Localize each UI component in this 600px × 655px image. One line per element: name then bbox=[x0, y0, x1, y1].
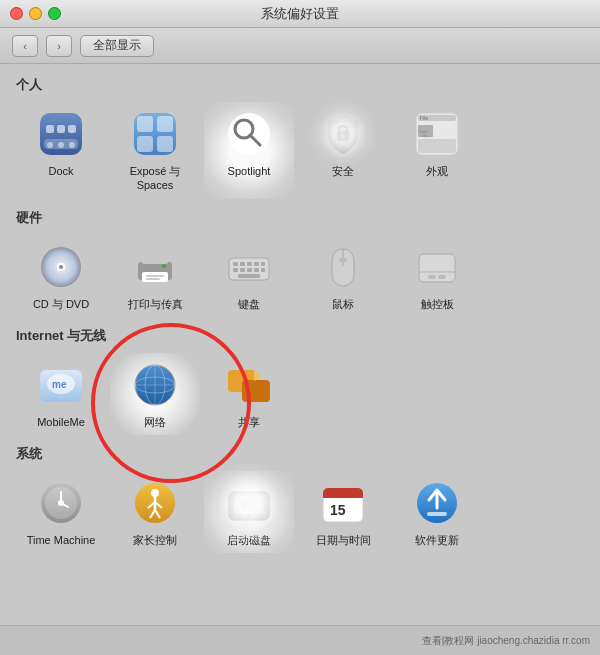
network-icon-wrapper bbox=[129, 359, 181, 411]
svg-rect-12 bbox=[157, 136, 173, 152]
cddvd-icon bbox=[38, 244, 84, 290]
svg-point-5 bbox=[47, 142, 53, 148]
maximize-button[interactable] bbox=[48, 7, 61, 20]
pref-parental[interactable]: 家长控制 bbox=[110, 471, 200, 553]
parental-label: 家长控制 bbox=[133, 533, 177, 547]
svg-rect-48 bbox=[419, 254, 455, 282]
dock-label: Dock bbox=[48, 164, 73, 178]
pref-timemachine[interactable]: Time Machine bbox=[16, 471, 106, 553]
pref-startup[interactable]: ? 启动磁盘 bbox=[204, 471, 294, 553]
expose-label: Exposé 与 Spaces bbox=[130, 164, 181, 193]
pref-expose[interactable]: Exposé 与 Spaces bbox=[110, 102, 200, 199]
keyboard-label: 键盘 bbox=[238, 297, 260, 311]
mouse-icon-wrapper bbox=[317, 241, 369, 293]
dock-icon bbox=[38, 111, 84, 157]
sharing-label: 共享 bbox=[238, 415, 260, 429]
pref-mouse[interactable]: 鼠标 bbox=[298, 235, 388, 317]
trackpad-icon bbox=[414, 244, 460, 290]
network-icon bbox=[132, 362, 178, 408]
svg-rect-3 bbox=[57, 125, 65, 133]
print-icon-wrapper bbox=[129, 241, 181, 293]
show-all-button[interactable]: 全部显示 bbox=[80, 35, 154, 57]
parental-icon-wrapper bbox=[129, 477, 181, 529]
section-internet-label: Internet 与无线 bbox=[16, 327, 584, 345]
watermark-text: 查看|教程网 jiaocheng.chazidia rr.com bbox=[422, 634, 590, 648]
svg-rect-47 bbox=[339, 258, 347, 262]
svg-rect-9 bbox=[137, 116, 153, 132]
spotlight-label: Spotlight bbox=[228, 164, 271, 178]
appearance-icon: File New Op... bbox=[414, 111, 460, 157]
datetime-label: 日期与时间 bbox=[316, 533, 371, 547]
forward-button[interactable]: › bbox=[46, 35, 72, 57]
section-system-label: 系统 bbox=[16, 445, 584, 463]
appearance-icon-wrapper: File New Op... bbox=[411, 108, 463, 160]
svg-rect-11 bbox=[137, 136, 153, 152]
svg-text:15: 15 bbox=[330, 502, 346, 518]
svg-rect-2 bbox=[46, 125, 54, 133]
svg-rect-40 bbox=[233, 268, 238, 272]
title-bar: 系统偏好设置 bbox=[0, 0, 600, 28]
mobileme-icon-wrapper: me bbox=[35, 359, 87, 411]
close-button[interactable] bbox=[10, 7, 23, 20]
svg-rect-45 bbox=[238, 274, 260, 278]
svg-rect-22 bbox=[418, 139, 456, 153]
network-label: 网络 bbox=[144, 415, 166, 429]
pref-network[interactable]: 网络 bbox=[110, 353, 200, 435]
svg-rect-36 bbox=[240, 262, 245, 266]
svg-text:File: File bbox=[420, 115, 428, 121]
pref-keyboard[interactable]: 键盘 bbox=[204, 235, 294, 317]
security-icon-wrapper bbox=[317, 108, 369, 160]
pref-datetime[interactable]: 15 日期与时间 bbox=[298, 471, 388, 553]
trackpad-icon-wrapper bbox=[411, 241, 463, 293]
pref-spotlight[interactable]: Spotlight bbox=[204, 102, 294, 199]
svg-point-70 bbox=[151, 489, 159, 497]
section-personal-label: 个人 bbox=[16, 76, 584, 94]
svg-point-33 bbox=[162, 264, 166, 268]
pref-sharing[interactable]: 共享 bbox=[204, 353, 294, 435]
internet-grid: me MobileMe bbox=[16, 353, 584, 435]
svg-rect-35 bbox=[233, 262, 238, 266]
svg-rect-44 bbox=[261, 268, 265, 272]
pref-dock[interactable]: Dock bbox=[16, 102, 106, 199]
svg-text:me: me bbox=[52, 379, 67, 390]
mouse-icon bbox=[320, 244, 366, 290]
svg-rect-29 bbox=[142, 254, 168, 264]
personal-grid: Dock Exposé 与 bbox=[16, 102, 584, 199]
pref-softwareupdate[interactable]: 软件更新 bbox=[392, 471, 482, 553]
sharing-icon-wrapper bbox=[223, 359, 275, 411]
appearance-label: 外观 bbox=[426, 164, 448, 178]
system-grid: Time Machine bbox=[16, 471, 584, 553]
minimize-button[interactable] bbox=[29, 7, 42, 20]
svg-rect-38 bbox=[254, 262, 259, 266]
section-hardware-label: 硬件 bbox=[16, 209, 584, 227]
pref-appearance[interactable]: File New Op... 外观 bbox=[392, 102, 482, 199]
spotlight-icon bbox=[226, 111, 272, 157]
svg-text:Op...: Op... bbox=[422, 133, 431, 138]
svg-rect-82 bbox=[323, 493, 363, 498]
softwareupdate-icon-wrapper bbox=[411, 477, 463, 529]
pref-mobileme[interactable]: me MobileMe bbox=[16, 353, 106, 435]
svg-point-6 bbox=[58, 142, 64, 148]
back-button[interactable]: ‹ bbox=[12, 35, 38, 57]
spotlight-icon-wrapper bbox=[223, 108, 275, 160]
svg-point-7 bbox=[69, 142, 75, 148]
svg-rect-31 bbox=[146, 275, 164, 277]
svg-rect-10 bbox=[157, 116, 173, 132]
pref-print[interactable]: 打印与传真 bbox=[110, 235, 200, 317]
window-controls[interactable] bbox=[10, 7, 61, 20]
svg-point-68 bbox=[58, 500, 64, 506]
svg-rect-42 bbox=[247, 268, 252, 272]
svg-rect-62 bbox=[242, 380, 270, 402]
hardware-grid: CD 与 DVD 打印与传真 bbox=[16, 235, 584, 317]
cddvd-icon-wrapper bbox=[35, 241, 87, 293]
svg-rect-50 bbox=[428, 275, 436, 279]
toolbar: ‹ › 全部显示 bbox=[0, 28, 600, 64]
datetime-icon-wrapper: 15 bbox=[317, 477, 369, 529]
pref-cddvd[interactable]: CD 与 DVD bbox=[16, 235, 106, 317]
pref-security[interactable]: 安全 bbox=[298, 102, 388, 199]
dock-icon-wrapper bbox=[35, 108, 87, 160]
expose-icon-wrapper bbox=[129, 108, 181, 160]
datetime-icon: 15 bbox=[320, 480, 366, 526]
pref-trackpad[interactable]: 触控板 bbox=[392, 235, 482, 317]
svg-rect-37 bbox=[247, 262, 252, 266]
